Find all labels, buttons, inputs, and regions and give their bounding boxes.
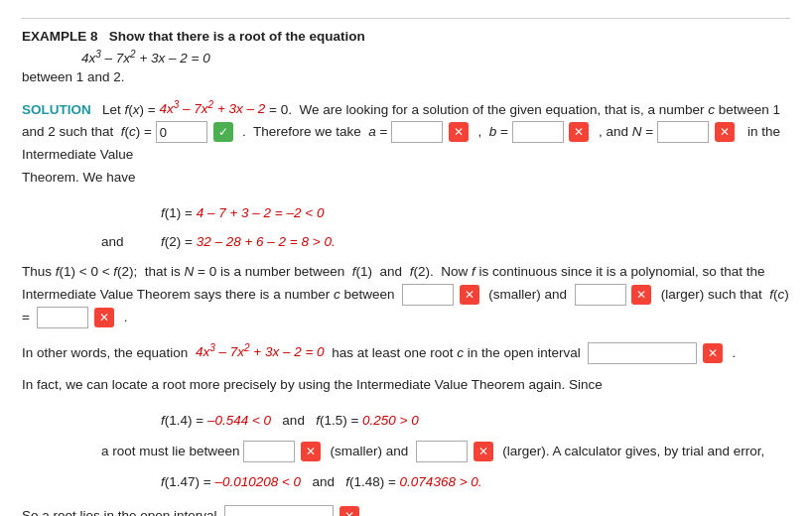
open-interval-paragraph: So a root lies in the open interval ✕ . [22,505,790,516]
b-input[interactable] [512,121,564,143]
example-description: Show that there is a root of the equatio… [109,29,365,44]
solution-label: SOLUTION [22,101,91,116]
equation-text: 4x3 – 7x2 + 3x – 2 = 0 [81,51,210,65]
f2-expression: f(2) = 32 – 28 + 6 – 2 = 8 > 0. [161,228,336,255]
fact-equations: f(1.4) = –0.544 < 0 and f(1.5) = 0.250 >… [101,407,790,495]
larger2-x-icon[interactable]: ✕ [474,442,493,461]
smaller2-x-icon[interactable]: ✕ [301,442,321,461]
root-between-label: a root must lie between [101,438,240,464]
root-between-expression: ✕ (smaller) and ✕ (larger). A calculator… [240,438,765,464]
f147-expression: f(1.47) = –0.010208 < 0 and f(1.48) = 0.… [161,468,482,495]
a-input[interactable] [391,121,443,143]
thus-paragraph: Thus f(1) < 0 < f(2); that is N = 0 is a… [22,261,790,329]
solution-text1: Let f(x) = 4x3 – 7x2 + 3x – 2 = 0. We ar… [102,101,780,116]
f1-row: f(1) = 4 – 7 + 3 – 2 = –2 < 0 [101,199,790,226]
f14-expression: f(1.4) = –0.544 < 0 and f(1.5) = 0.250 >… [161,407,419,434]
solution-block: SOLUTION Let f(x) = 4x3 – 7x2 + 3x – 2 =… [22,96,790,190]
root-between-row: a root must lie between ✕ (smaller) and … [101,438,790,464]
b-x-icon[interactable]: ✕ [569,122,589,142]
smaller-input[interactable] [402,284,454,306]
solution-text2: and 2 such that f(c) = [22,124,156,139]
smaller2-input[interactable] [243,441,295,462]
interval-input[interactable] [588,342,697,364]
f2-row: and f(2) = 32 – 28 + 6 – 2 = 8 > 0. [101,228,790,255]
check-icon: ✓ [213,122,233,142]
other-words-paragraph: In other words, the equation 4x3 – 7x2 +… [22,339,790,364]
example-header: EXAMPLE 8 Show that there is a root of t… [22,29,790,44]
larger2-input[interactable] [416,441,468,462]
f1-expression: f(1) = 4 – 7 + 3 – 2 = –2 < 0 [161,199,324,226]
f14-row: f(1.4) = –0.544 < 0 and f(1.5) = 0.250 >… [101,407,790,434]
larger-x-icon[interactable]: ✕ [631,285,651,305]
interval-x-icon[interactable]: ✕ [703,343,723,363]
therefore-text: . Therefore we take a = [238,124,391,139]
fc-input[interactable]: 0 [156,121,207,143]
fc2-x-icon[interactable]: ✕ [94,308,114,327]
centered-equations: f(1) = 4 – 7 + 3 – 2 = –2 < 0 and f(2) =… [101,199,790,255]
open-interval-x-icon[interactable]: ✕ [339,506,359,516]
between-text: between 1 and 2. [22,69,790,84]
theorem-we-have: Theorem. We have [22,170,136,185]
fact-paragraph: In fact, we can locate a root more preci… [22,374,790,397]
fc2-input[interactable] [37,307,88,328]
n-x-icon[interactable]: ✕ [715,122,735,142]
f147-row: f(1.47) = –0.010208 < 0 and f(1.48) = 0.… [101,468,790,495]
main-equation: 4x3 – 7x2 + 3x – 2 = 0 [81,48,790,65]
example-label: EXAMPLE 8 [22,29,98,44]
larger-input[interactable] [575,284,626,306]
open-interval-input[interactable] [224,505,334,516]
n-input[interactable] [657,121,709,143]
a-x-icon[interactable]: ✕ [449,122,469,142]
comma1: , b = [474,124,512,139]
comma2: , and N = [595,124,657,139]
smaller-x-icon[interactable]: ✕ [460,285,479,305]
and-label: and [101,228,161,255]
